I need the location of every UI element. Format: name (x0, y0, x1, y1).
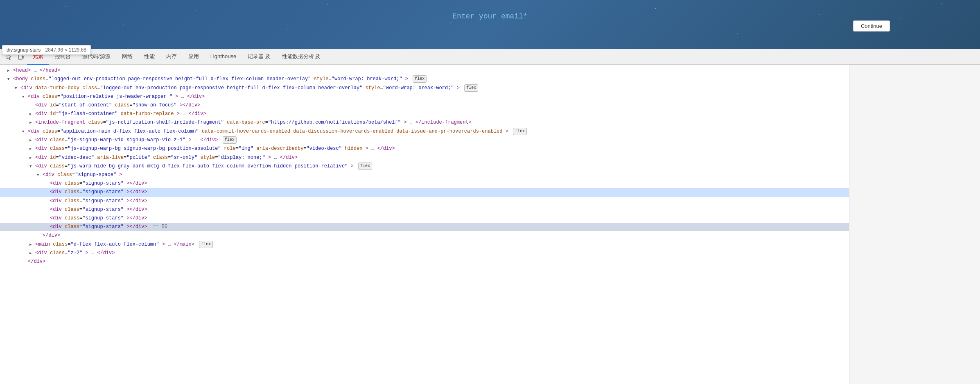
dom-line: <div id="start-of-content" class="show-o… (0, 101, 849, 110)
elements-panel: <head> … </head> <body class="logged-out… (0, 65, 980, 384)
toggle-warp-hide[interactable] (29, 163, 35, 170)
dom-tree[interactable]: <head> … </head> <body class="logged-out… (0, 65, 849, 384)
toggle-warp-bg[interactable] (29, 145, 35, 153)
dom-line-selected: <div class="signup-stars" ></div> (0, 188, 849, 197)
dom-line: </div> (0, 231, 849, 240)
dom-line: <div class="signup-stars" ></div> (0, 197, 849, 206)
tab-application[interactable]: 应用 (183, 49, 205, 65)
toggle-head[interactable] (7, 67, 13, 75)
devtools-panel: 元素 控制台 源代码/源源 网络 性能 内存 应用 Lighthouse 记录器… (0, 49, 980, 384)
toggle-warp-vid[interactable] (29, 136, 35, 144)
styles-panel (849, 65, 980, 384)
dom-line: <div class="position-relative js-header-… (0, 93, 849, 101)
tab-performance[interactable]: 性能 (138, 49, 160, 65)
toggle-app-main[interactable] (22, 128, 28, 136)
toggle-body[interactable] (7, 75, 13, 83)
dom-line: <div id="video-desc" aria-live="polite" … (0, 154, 849, 162)
dom-line: <div class="application-main d-flex flex… (0, 127, 849, 136)
devtools-toolbar: 元素 控制台 源代码/源源 网络 性能 内存 应用 Lighthouse 记录器… (0, 49, 980, 65)
tab-lighthouse[interactable]: Lighthouse (205, 49, 242, 65)
toggle-turbo-body[interactable] (15, 84, 20, 92)
dom-line: <div class="signup-stars" ></div> (0, 206, 849, 214)
dom-line: <include-fragment class="js-notification… (0, 118, 849, 127)
tab-performance-insights[interactable]: 性能数据分析 及 (276, 49, 327, 65)
dom-line: <main class="d-flex flex-auto flex-colum… (0, 240, 849, 249)
element-badge: div.signup-stars 2847.96 × 1129.68 (2, 45, 91, 55)
toggle-signup-space[interactable] (37, 171, 43, 179)
svg-rect-0 (18, 55, 22, 59)
dom-line: <div class="js-signup-warp-vid signup-wa… (0, 136, 849, 145)
toggle-header-wrapper[interactable] (22, 93, 28, 101)
toggle-include-fragment[interactable] (29, 119, 35, 126)
toggle-z2[interactable] (29, 249, 35, 257)
tab-network[interactable]: 网络 (116, 49, 138, 65)
continue-button[interactable]: Continue (853, 20, 890, 32)
badge-dimensions: 2847.96 × 1129.68 (45, 47, 86, 53)
toggle-flash-container[interactable] (29, 110, 35, 118)
email-prompt: Enter your email* (452, 12, 528, 20)
dom-line: <div class="js-warp-hide bg-gray-dark-mk… (0, 162, 849, 171)
tab-memory[interactable]: 内存 (160, 49, 183, 65)
dom-line: <div class="signup-stars" ></div> (0, 179, 849, 188)
tab-recorder[interactable]: 记录器 及 (242, 49, 276, 65)
preview-area: Enter your email* Continue (0, 0, 980, 49)
dom-line: <head> … </head> (0, 66, 849, 75)
toggle-video-desc[interactable] (29, 154, 35, 162)
dom-line: </div> (0, 258, 849, 266)
svg-rect-1 (23, 56, 24, 58)
dom-line: <div data-turbo-body class="logged-out e… (0, 84, 849, 93)
dom-line: <div class="z-2" > … </div> (0, 249, 849, 258)
dom-line: <div class="signup-stars" ></div> (0, 214, 849, 223)
dom-line: <div class="js-signup-warp-bg signup-war… (0, 145, 849, 153)
dom-line: <div id="js-flash-container" data-turbo-… (0, 110, 849, 118)
toggle-main[interactable] (29, 241, 35, 248)
dom-line: <div class="signup-space" > (0, 171, 849, 179)
dom-line-eq0: … <div class="signup-stars" ></div> == $… (0, 223, 849, 231)
badge-selector: div.signup-stars (7, 47, 41, 53)
dom-line: <body class="logged-out env-production p… (0, 75, 849, 84)
